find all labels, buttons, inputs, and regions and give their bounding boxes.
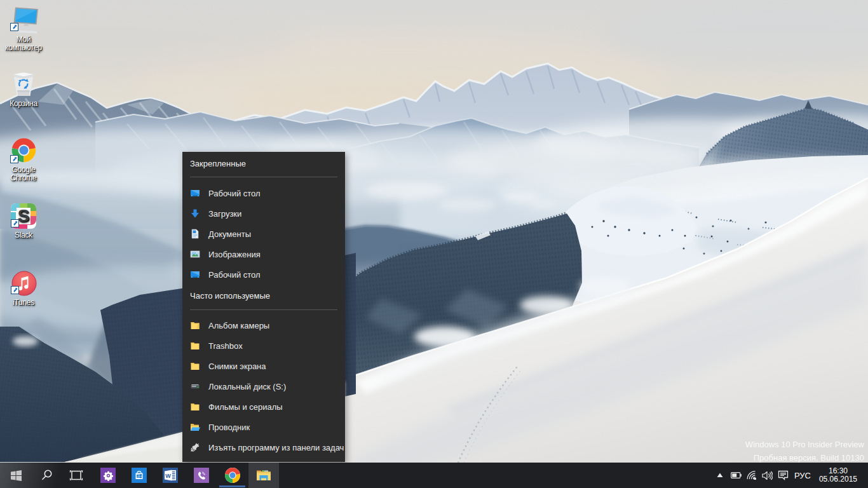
svg-text:W: W (165, 473, 171, 479)
svg-text:S: S (18, 206, 29, 226)
